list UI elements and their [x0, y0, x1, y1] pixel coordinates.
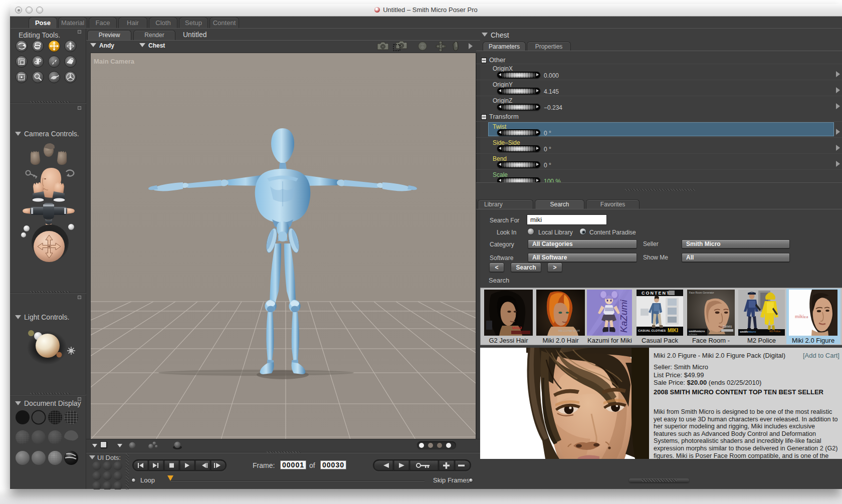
svg-text:CASUAL CLOTHES: CASUAL CLOTHES	[638, 329, 666, 332]
svg-text:MiG2: MiG2	[512, 326, 522, 330]
svg-text:CONTENT: CONTENT	[642, 291, 671, 296]
svg-text:MIKI: MIKI	[668, 328, 678, 333]
svg-text:Face Room Generator: Face Room Generator	[689, 291, 714, 294]
svg-text:Miki 2.0 Hair for V4: Miki 2.0 Hair for V4	[558, 329, 580, 332]
svg-text:James: James	[722, 325, 732, 328]
svg-text:smithmicro: smithmicro	[689, 330, 705, 333]
svg-text:software: software	[689, 333, 698, 336]
svg-text:Main Camera: Main Camera	[94, 58, 135, 65]
svg-text:smithmicro: smithmicro	[740, 330, 756, 333]
svg-text:KaZumi: KaZumi	[618, 300, 629, 333]
svg-text:M2 Police: M2 Police	[769, 330, 780, 333]
